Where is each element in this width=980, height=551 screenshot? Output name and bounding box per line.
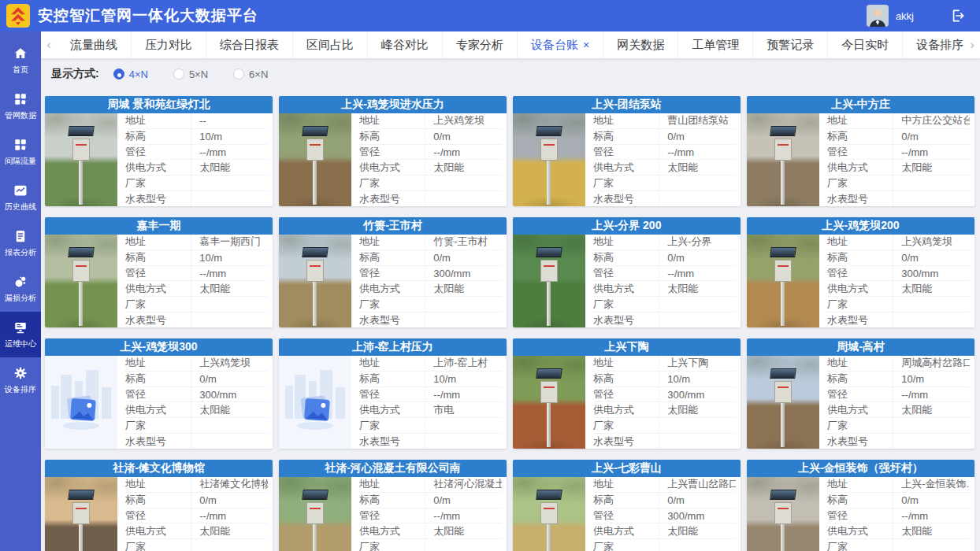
device-card[interactable]: 上兴-鸡笼坝300地址上兴鸡笼坝标高0/m管径300/mm供电方式太阳能厂家水表… [45,338,273,449]
field-value: 太阳能 [659,402,736,417]
field-label: 管径 [125,508,191,523]
tab-today-realtime[interactable]: 今日实时 [828,31,903,58]
tab-device-sort-tab[interactable]: 设备排序 [903,31,964,58]
solar-panel-icon [536,247,562,257]
field-label: 水表型号 [827,312,893,327]
device-card-body: 地址社渚河心混凝土...标高0/m管径--/mm供电方式太阳能厂家水表型号 [279,477,507,551]
field-label: 水表型号 [827,434,893,449]
field-label: 厂家 [359,539,425,551]
field-value: 10/m [191,129,268,144]
display-mode-option-4xN[interactable]: 4×N [113,68,148,80]
device-card[interactable]: 竹箦-王市村地址竹箦-王市村标高0/m管径300/mm供电方式太阳能厂家水表型号 [279,217,507,327]
logout-icon[interactable] [950,8,966,24]
device-card[interactable]: 上兴-分界 200地址上兴-分界标高0/m管径--/mm供电方式太阳能厂家水表型… [513,217,741,327]
field-label: 供电方式 [593,160,659,175]
user-avatar[interactable] [867,5,889,27]
field-value: 300/mm [425,266,502,281]
field-row: 地址上兴-金恒装饰... [827,477,970,493]
device-card[interactable]: 上兴-团结泵站地址曹山团结泵站标高0/m管径--/mm供电方式太阳能厂家水表型号 [513,96,741,206]
field-row: 水表型号 [125,312,268,327]
field-row: 供电方式太阳能 [359,160,502,176]
tab-device-ledger[interactable]: 设备台账× [518,31,603,58]
field-label: 水表型号 [125,434,191,449]
sidebar-item-interval-flow[interactable]: 间隔流量 [0,129,41,175]
device-pole-icon [781,161,785,205]
sidebar-item-leak-analysis[interactable]: 漏损分析 [0,266,41,312]
blocks-icon [13,138,28,152]
field-label: 管径 [827,145,893,160]
field-value: 太阳能 [893,523,970,538]
device-card[interactable]: 上沛-窑上村压力地址上沛-窑上村标高10/m管径--/mm供电方式市电厂家水表型… [279,338,507,449]
field-value: 上兴曹山岔路口 [659,477,736,492]
tab-pressure-compare[interactable]: 压力对比 [132,31,206,58]
tab-flow-curve[interactable]: 流量曲线 [57,31,132,58]
device-box-icon [540,502,558,524]
field-row: 管径--/mm [827,508,970,524]
tab-alert-records[interactable]: 预警记录 [753,31,828,58]
monitoring-device [533,368,565,447]
device-card[interactable]: 嘉丰一期地址嘉丰一期西门标高10/m管径--/mm供电方式太阳能厂家水表型号 [45,217,273,327]
field-label: 厂家 [359,297,425,312]
field-value: 300/mm [659,508,736,523]
sidebar-item-device-sort[interactable]: 设备排序 [0,357,41,403]
tab-interval-ratio[interactable]: 区间占比 [293,31,368,58]
device-card-body: 地址上兴下陶标高10/m管径300/mm供电方式太阳能厂家水表型号 [513,356,741,449]
device-card[interactable]: 社渚-傩文化博物馆地址社渚傩文化博物...标高0/m管径--/mm供电方式太阳能… [45,460,273,551]
field-row: 地址-- [125,113,268,129]
device-card[interactable]: 上兴下陶地址上兴下陶标高10/m管径300/mm供电方式太阳能厂家水表型号 [513,338,741,449]
field-label: 标高 [827,372,893,386]
field-row: 标高10/m [125,129,268,145]
tab-expert-analysis[interactable]: 专家分析 [443,31,518,58]
tab-work-order[interactable]: 工单管理 [678,31,753,58]
field-label: 标高 [359,129,425,144]
device-card[interactable]: 上兴-七彩曹山地址上兴曹山岔路口标高0/m管径300/mm供电方式太阳能厂家水表… [513,460,741,551]
display-mode-option-5xN[interactable]: 5×N [173,68,208,80]
device-card[interactable]: 上兴-鸡笼坝200地址上兴鸡笼坝标高0/m管径300/mm供电方式太阳能厂家水表… [747,217,974,327]
monitoring-device [533,247,565,326]
tab-bar: ‹ 流量曲线压力对比综合日报表区间占比峰谷对比专家分析设备台账×网关数据工单管理… [41,31,980,58]
field-label: 地址 [827,113,893,128]
sidebar-item-report-analysis[interactable]: 报表分析 [0,220,41,266]
radio-selected-icon[interactable] [113,68,124,80]
sidebar-item-history-curve[interactable]: 历史曲线 [0,175,41,220]
device-card[interactable]: 上兴-中方庄地址中方庄公交站台...标高0/m管径--/mm供电方式太阳能厂家水… [747,96,974,206]
device-card[interactable]: 社渚-河心混凝土有限公司南地址社渚河心混凝土...标高0/m管径--/mm供电方… [279,460,507,551]
field-value [893,418,970,433]
tab-daily-report[interactable]: 综合日报表 [206,31,293,58]
device-card-body: 地址中方庄公交站台...标高0/m管径--/mm供电方式太阳能厂家水表型号 [747,113,974,206]
sidebar-item-ops-center[interactable]: 运维中心 [0,312,41,357]
device-card[interactable]: 周城 景和苑红绿灯北地址--标高10/m管径--/mm供电方式太阳能厂家水表型号 [45,96,273,206]
device-photo [747,477,819,551]
field-label: 标高 [593,493,659,508]
field-label: 地址 [359,113,425,128]
tab-peak-valley[interactable]: 峰谷对比 [368,31,443,58]
close-tab-icon[interactable]: × [583,39,589,50]
field-label: 管径 [125,266,191,281]
field-row: 供电方式太阳能 [827,160,970,176]
device-pole-icon [781,403,785,447]
device-card-title: 竹箦-王市村 [279,217,507,235]
device-fields-table: 地址嘉丰一期西门标高10/m管径--/mm供电方式太阳能厂家水表型号 [117,235,273,327]
device-card[interactable]: 周城-高村地址周城高村岔路口标高10/m管径--/mm供电方式太阳能厂家水表型号 [747,338,974,449]
field-value [659,434,736,449]
radio-unselected-icon[interactable] [233,68,244,80]
tabs-scroll-left-icon[interactable]: ‹ [41,31,57,58]
device-card[interactable]: 上兴-鸡笼坝进水压力地址上兴鸡笼坝标高0/m管径--/mm供电方式太阳能厂家水表… [279,96,507,206]
tab-gateway-data[interactable]: 网关数据 [603,31,678,58]
field-row: 水表型号 [125,191,268,206]
tabs-scroll-right-icon[interactable]: › [964,31,980,58]
field-label: 供电方式 [827,281,893,296]
field-label: 管径 [359,387,425,402]
display-mode-options: 4×N5×N6×N [113,68,269,80]
sidebar-item-pipeline-data[interactable]: 管网数据 [0,83,41,129]
field-row: 地址社渚河心混凝土... [359,477,502,493]
device-card[interactable]: 上兴-金恒装饰（强圩村）地址上兴-金恒装饰...标高0/m管径--/mm供电方式… [747,460,974,551]
field-value: 太阳能 [191,281,268,296]
device-pole-icon [313,161,317,205]
tab-label: 压力对比 [145,38,192,53]
display-mode-option-6xN[interactable]: 6×N [233,68,268,80]
field-value: --/mm [191,266,268,281]
sidebar-item-home[interactable]: 首页 [0,38,41,83]
display-mode-label: 显示方式: [51,67,99,81]
radio-unselected-icon[interactable] [173,68,184,80]
